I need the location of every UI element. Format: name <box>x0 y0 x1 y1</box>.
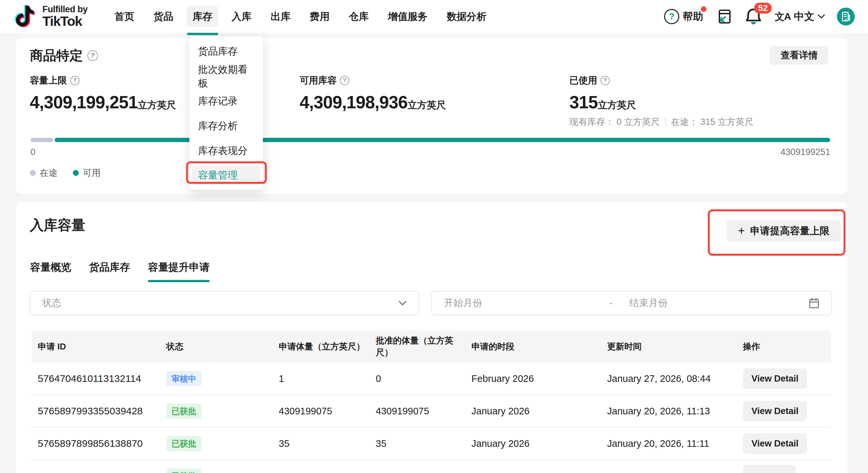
cell-approved-volume: 35 <box>370 438 466 449</box>
status-badge-pending: 审核中 <box>166 371 202 386</box>
in-transit-dot-icon <box>30 170 36 176</box>
chevron-down-icon <box>399 301 406 306</box>
in-transit-label: 在途： <box>671 116 698 128</box>
cell-status: 审核中 <box>161 371 274 386</box>
cell-status: 已获批 <box>161 436 274 451</box>
capacity-limit-stat: 容量上限 ? 4,309,199,251 立方英尺 <box>30 74 176 112</box>
view-detail-button[interactable]: View Detail <box>743 401 807 421</box>
capacity-limit-label-row: 容量上限 ? <box>30 74 176 87</box>
available-dot-icon <box>73 170 79 176</box>
account-avatar[interactable] <box>837 8 855 26</box>
top-nav-bar: Fulfilled by TikTok 首页 货品 库存 入库 出库 费用 仓库… <box>0 0 868 33</box>
used-capacity-stat: 已使用 ? 315 立方英尺 <box>569 74 636 112</box>
nav-item-inventory[interactable]: 库存 <box>187 0 218 33</box>
returns-package-icon <box>715 8 732 25</box>
legend-available-label: 可用 <box>83 167 101 179</box>
used-capacity-label-row: 已使用 ? <box>569 74 636 87</box>
plus-icon: + <box>738 225 745 237</box>
fbt-logo[interactable]: Fulfilled by TikTok <box>13 3 88 30</box>
status-badge-approved: 已获批 <box>166 436 202 451</box>
col-header-request-period: 申请的时段 <box>466 337 602 356</box>
view-detail-button[interactable] <box>743 465 796 473</box>
status-filter-placeholder: 状态 <box>42 296 61 310</box>
available-capacity-help-icon[interactable]: ? <box>340 76 349 85</box>
building-icon <box>841 11 851 22</box>
request-capacity-increase-label: 申请提高容量上限 <box>750 224 830 238</box>
available-capacity-label: 可用库容 <box>300 74 337 87</box>
tab-capacity-increase-requests[interactable]: 容量提升申请 <box>148 260 210 282</box>
nav-item-home[interactable]: 首页 <box>109 0 140 33</box>
used-capacity-help-icon[interactable]: ? <box>600 76 610 85</box>
chevron-down-icon <box>818 14 825 19</box>
nav-item-outbound[interactable]: 出库 <box>265 0 296 33</box>
help-button[interactable]: ? 帮助 <box>664 9 703 24</box>
used-capacity-value: 315 <box>569 92 597 112</box>
col-header-updated-time: 更新时间 <box>602 337 738 356</box>
request-capacity-increase-button[interactable]: + 申请提高容量上限 <box>726 220 841 241</box>
range-separator: - <box>610 298 629 309</box>
logo-line1: Fulfilled by <box>42 5 88 14</box>
cell-request-id: 5765897993355039428 <box>32 406 161 417</box>
menu-item-inventory-performance-score[interactable]: 库存表现分 <box>189 139 263 163</box>
existing-inventory-label: 现有库存： <box>569 116 614 128</box>
col-header-requested-volume: 申请体量（立方英尺） <box>274 337 370 356</box>
menu-item-inventory-records[interactable]: 库存记录 <box>189 89 263 114</box>
month-range-picker[interactable]: 开始月份 - 结束月份 <box>431 291 832 315</box>
view-detail-button[interactable]: View Detail <box>743 368 807 389</box>
cell-actions <box>738 465 831 473</box>
view-details-button[interactable]: 查看详情 <box>770 46 828 65</box>
available-capacity-unit: 立方英尺 <box>407 99 446 112</box>
end-month-placeholder: 结束月份 <box>629 296 809 310</box>
capacity-progress-bar <box>30 138 830 142</box>
status-badge-approved: 已获批 <box>166 468 202 473</box>
cell-approved-volume: 4309199075 <box>370 406 466 417</box>
used-capacity-unit: 立方英尺 <box>597 99 636 112</box>
col-header-status: 状态 <box>161 337 274 356</box>
nav-item-warehouse[interactable]: 仓库 <box>343 0 374 33</box>
logo-text: Fulfilled by TikTok <box>42 5 88 28</box>
title-help-icon[interactable]: ? <box>87 50 98 61</box>
logo-line2: TikTok <box>42 14 88 28</box>
legend-in-transit-label: 在途 <box>40 167 58 179</box>
menu-item-capacity-management[interactable]: 容量管理 <box>192 166 260 184</box>
table-row: 5765897993355039428 已获批 4309199075 43091… <box>32 395 831 427</box>
notification-count-badge: 52 <box>754 3 772 13</box>
status-filter-select[interactable]: 状态 <box>29 291 419 315</box>
header-actions: ? 帮助 52 文A 中文 <box>664 7 855 26</box>
language-label: 中文 <box>794 9 814 24</box>
breakdown-divider <box>665 117 666 126</box>
cell-updated-time: January 20, 2026, 11:11 <box>602 438 738 449</box>
cell-request-period: January 2026 <box>466 438 602 449</box>
menu-item-batch-expiry-dashboard[interactable]: 批次效期看板 <box>189 64 263 89</box>
translate-icon: 文A <box>775 10 790 24</box>
progress-legend: 在途 可用 <box>30 167 101 179</box>
view-detail-button[interactable]: View Detail <box>743 433 807 454</box>
available-capacity-stat: 可用库容 ? 4,309,198,936 立方英尺 <box>300 74 446 112</box>
capacity-limit-help-icon[interactable]: ? <box>70 76 80 85</box>
cell-requested-volume: 4309199075 <box>274 406 370 417</box>
menu-item-goods-inventory[interactable]: 货品库存 <box>189 39 263 64</box>
nav-item-data-analytics[interactable]: 数据分析 <box>441 0 492 33</box>
nav-item-value-added-services[interactable]: 增值服务 <box>382 0 433 33</box>
cell-requested-volume: 1 <box>274 373 370 384</box>
tab-goods-inventory[interactable]: 货品库存 <box>89 260 130 282</box>
tiktok-icon <box>13 3 37 30</box>
language-selector[interactable]: 文A 中文 <box>775 9 825 24</box>
tab-capacity-overview[interactable]: 容量概览 <box>30 260 71 282</box>
progress-segment-in-transit <box>30 138 53 142</box>
cell-status: 已获批 <box>161 468 274 473</box>
nav-item-goods[interactable]: 货品 <box>148 0 179 33</box>
inventory-dropdown-menu: 货品库存 批次效期看板 库存记录 库存分析 库存表现分 容量管理 <box>189 36 263 190</box>
nav-item-inbound[interactable]: 入库 <box>226 0 257 33</box>
progress-max-label: 4309199251 <box>781 147 830 157</box>
progress-min-label: 0 <box>30 147 35 157</box>
menu-item-inventory-analysis[interactable]: 库存分析 <box>189 114 263 139</box>
returns-package-button[interactable] <box>715 8 732 25</box>
inbound-capacity-title: 入库容量 <box>30 216 85 235</box>
calendar-icon <box>809 297 819 309</box>
help-label: 帮助 <box>683 9 703 24</box>
nav-item-fees[interactable]: 费用 <box>304 0 335 33</box>
notifications-button[interactable]: 52 <box>744 7 763 26</box>
progress-range-labels: 0 4309199251 <box>30 147 830 157</box>
cell-updated-time: January 20, 2026, 11:13 <box>602 406 738 417</box>
